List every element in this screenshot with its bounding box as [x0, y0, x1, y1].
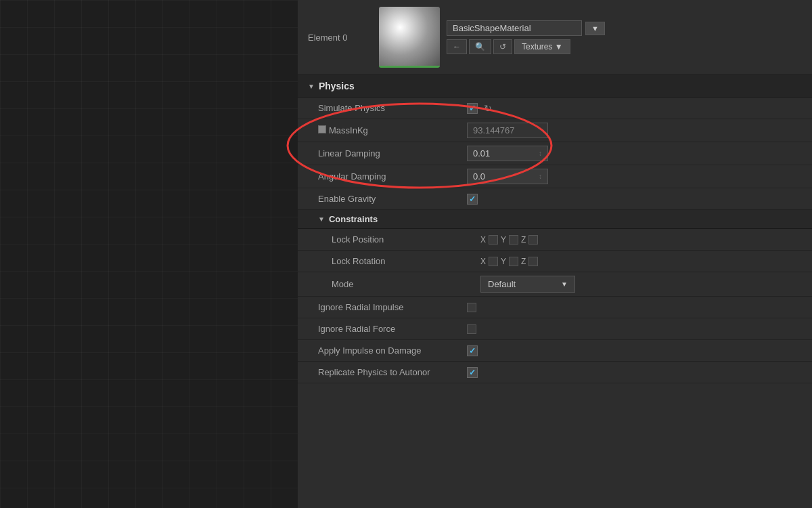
angular-damping-value: 0.0 ↕	[467, 169, 548, 184]
material-preview-thumbnail[interactable]	[379, 7, 440, 68]
ignore-radial-impulse-checkbox[interactable]	[467, 303, 476, 312]
angular-damping-label: Angular Damping	[318, 171, 467, 182]
replicate-physics-value	[467, 367, 478, 378]
lock-rotation-z-label: Z	[521, 257, 526, 266]
search-icon: 🔍	[475, 42, 485, 51]
physics-section-header[interactable]: ▼ Physics	[298, 75, 812, 98]
constraints-section-title: Constraints	[329, 214, 378, 224]
enable-gravity-value	[467, 194, 478, 205]
mode-label: Mode	[332, 279, 480, 289]
replicate-physics-checkbox[interactable]	[467, 367, 478, 378]
material-name-row: BasicShapeMaterial ▼	[447, 20, 605, 36]
properties-panel: Element 0 BasicShapeMaterial ▼ ← 🔍 ↺ Tex…	[298, 0, 812, 508]
mode-row: Mode Default ▼	[298, 272, 812, 297]
lock-position-y-label: Y	[501, 235, 506, 245]
mode-dropdown-value: Default	[488, 279, 516, 289]
ignore-radial-force-checkbox[interactable]	[467, 324, 476, 334]
material-section: Element 0 BasicShapeMaterial ▼ ← 🔍 ↺ Tex…	[298, 0, 812, 75]
mode-dropdown-arrow: ▼	[561, 280, 568, 288]
simulate-physics-reset[interactable]: ↻	[484, 103, 492, 114]
element-label: Element 0	[308, 33, 369, 43]
linear-damping-row: Linear Damping 0.01 ↕	[298, 142, 812, 165]
lock-rotation-z-checkbox[interactable]	[528, 257, 538, 266]
lock-rotation-x-label: X	[480, 257, 486, 266]
mode-dropdown[interactable]: Default ▼	[480, 276, 575, 293]
linear-damping-value: 0.01 ↕	[467, 146, 548, 161]
linear-damping-label: Linear Damping	[318, 148, 467, 158]
linear-damping-drag-icon: ↕	[539, 150, 542, 157]
lock-position-z-checkbox[interactable]	[528, 235, 538, 245]
lock-position-label: Lock Position	[332, 234, 480, 245]
ignore-radial-force-row: Ignore Radial Force	[298, 318, 812, 340]
ignore-radial-impulse-label: Ignore Radial Impulse	[318, 302, 467, 312]
viewport-panel	[0, 0, 298, 508]
lock-rotation-y-label: Y	[501, 257, 506, 266]
material-controls: BasicShapeMaterial ▼ ← 🔍 ↺ Textures ▼	[447, 20, 605, 54]
physics-section-title: Physics	[319, 81, 355, 91]
mass-inkg-number: 93.144767	[473, 125, 514, 135]
mode-value: Default ▼	[480, 276, 575, 293]
material-dropdown-button[interactable]: ▼	[585, 22, 605, 35]
mass-inkg-value: 93.144767	[467, 123, 548, 138]
lock-position-x-checkbox[interactable]	[489, 235, 498, 245]
reset-button[interactable]: ↺	[493, 39, 512, 54]
lock-rotation-y-checkbox[interactable]	[509, 257, 518, 266]
lock-rotation-value: X Y Z	[480, 257, 538, 266]
angular-damping-drag-icon: ↕	[539, 173, 542, 180]
enable-gravity-label: Enable Gravity	[318, 194, 467, 204]
apply-impulse-checkbox[interactable]	[467, 345, 478, 356]
simulate-physics-label: Simulate Physics	[318, 103, 467, 113]
mass-color-swatch	[318, 125, 326, 133]
lock-rotation-row: Lock Rotation X Y Z	[298, 251, 812, 272]
lock-rotation-x-checkbox[interactable]	[489, 257, 498, 266]
ignore-radial-force-label: Ignore Radial Force	[318, 324, 467, 334]
simulate-physics-value: ↻	[467, 103, 492, 114]
ignore-radial-impulse-value	[467, 303, 476, 312]
search-button[interactable]: 🔍	[469, 39, 491, 54]
mass-inkg-label: MassInKg	[318, 125, 467, 135]
apply-impulse-value	[467, 345, 478, 356]
material-icon-row: ← 🔍 ↺ Textures ▼	[447, 39, 605, 54]
lock-position-value: X Y Z	[480, 235, 538, 245]
enable-gravity-row: Enable Gravity	[298, 188, 812, 210]
ignore-radial-force-value	[467, 324, 476, 334]
ignore-radial-impulse-row: Ignore Radial Impulse	[298, 297, 812, 318]
angular-damping-input[interactable]: 0.0 ↕	[467, 169, 548, 184]
constraints-section-header[interactable]: ▼ Constraints	[298, 210, 812, 229]
linear-damping-input[interactable]: 0.01 ↕	[467, 146, 548, 161]
apply-impulse-label: Apply Impulse on Damage	[318, 345, 467, 356]
lock-rotation-label: Lock Rotation	[332, 256, 480, 266]
enable-gravity-checkbox[interactable]	[467, 194, 478, 205]
constraints-section-arrow: ▼	[318, 215, 325, 223]
lock-position-x-label: X	[480, 235, 486, 245]
angular-damping-number: 0.0	[473, 171, 485, 182]
apply-impulse-row: Apply Impulse on Damage	[298, 340, 812, 362]
physics-section-arrow: ▼	[308, 83, 315, 90]
simulate-physics-row: Simulate Physics ↻	[298, 98, 812, 119]
lock-position-y-checkbox[interactable]	[509, 235, 518, 245]
linear-damping-number: 0.01	[473, 148, 490, 158]
mass-inkg-input[interactable]: 93.144767	[467, 123, 548, 138]
textures-button[interactable]: Textures ▼	[514, 39, 570, 54]
replicate-physics-row: Replicate Physics to Autonor	[298, 362, 812, 383]
lock-position-z-label: Z	[521, 235, 526, 245]
back-button[interactable]: ←	[447, 39, 467, 54]
mass-inkg-row: MassInKg 93.144767	[298, 119, 812, 142]
replicate-physics-label: Replicate Physics to Autonor	[318, 367, 467, 377]
lock-position-row: Lock Position X Y Z	[298, 229, 812, 251]
angular-damping-row: Angular Damping 0.0 ↕	[298, 165, 812, 188]
simulate-physics-checkbox[interactable]	[467, 103, 478, 114]
material-name-field[interactable]: BasicShapeMaterial	[447, 20, 582, 36]
